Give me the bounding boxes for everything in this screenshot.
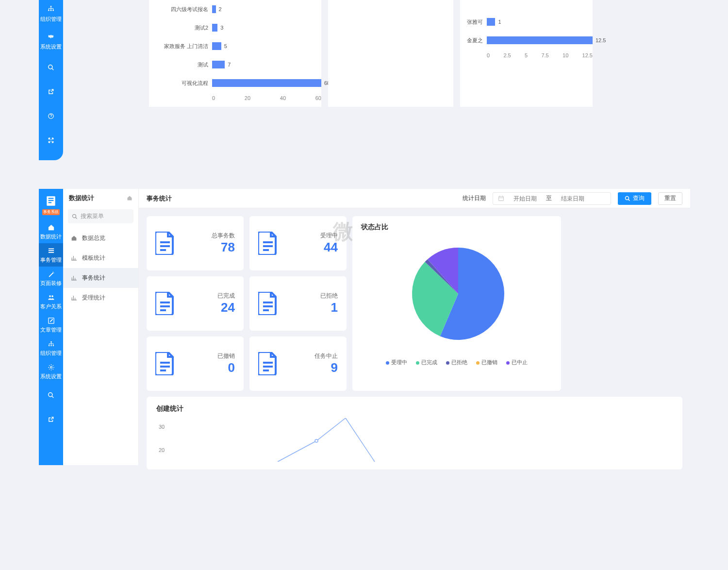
- svg-point-16: [51, 295, 53, 297]
- stat-value: 44: [324, 240, 338, 255]
- search-placeholder: 搜索菜单: [81, 212, 104, 220]
- sidebar-lower: 事务系统数据统计事务管理页面装修客户关系文章管理组织管理系统设置: [39, 189, 63, 465]
- document-icon: [155, 232, 175, 255]
- secondary-label: 事务统计: [82, 274, 105, 282]
- end-date-input[interactable]: [556, 195, 590, 202]
- secondary-item[interactable]: 事务统计: [63, 268, 138, 288]
- nav-help[interactable]: [39, 104, 63, 128]
- nav-gear[interactable]: 系统设置: [39, 360, 63, 383]
- app-badge: 事务系统: [42, 209, 60, 215]
- stat-value: 9: [331, 360, 338, 375]
- nav-label: 系统设置: [40, 44, 62, 50]
- create-title: 创建统计: [156, 404, 673, 413]
- svg-point-0: [50, 6, 52, 7]
- stat-card: 总事务数78: [147, 216, 244, 270]
- stat-label: 已撤销: [217, 352, 235, 360]
- search-icon: [48, 392, 54, 399]
- svg-point-23: [49, 393, 52, 397]
- nav-org[interactable]: 组织管理: [39, 336, 63, 360]
- hbar-row: 测试2 3: [149, 18, 321, 37]
- pie-card: 状态占比 受理中已完成已拒绝已撤销已中止: [352, 216, 561, 391]
- svg-point-22: [50, 367, 52, 369]
- date-sep: 至: [546, 194, 552, 202]
- hbar-label: 四六级考试报名: [149, 6, 212, 13]
- secondary-label: 模板统计: [82, 254, 105, 262]
- external-icon: [48, 416, 54, 423]
- reset-button[interactable]: 重置: [658, 192, 682, 205]
- start-date-input[interactable]: [508, 195, 542, 202]
- nav-edit[interactable]: 文章管理: [39, 313, 63, 336]
- nav-wand[interactable]: 页面装修: [39, 267, 63, 290]
- stat-card: 受理中44: [249, 216, 347, 270]
- hbar-label: 金夏之: [460, 37, 487, 44]
- nav-list[interactable]: 事务管理: [39, 243, 63, 267]
- secondary-item[interactable]: 模板统计: [63, 248, 138, 268]
- gear-icon: [47, 33, 55, 40]
- svg-point-29: [315, 439, 318, 442]
- nav-settings[interactable]: 系统设置: [39, 28, 63, 55]
- svg-point-14: [53, 272, 54, 273]
- date-range[interactable]: 至: [493, 192, 611, 205]
- calendar-icon: [498, 195, 504, 201]
- secondary-item[interactable]: 受理统计: [63, 288, 138, 308]
- nav-org[interactable]: 组织管理: [39, 0, 63, 28]
- fullscreen-icon: [48, 137, 54, 144]
- secondary-label: 受理统计: [82, 294, 105, 302]
- pie-chart: [361, 235, 555, 352]
- nav-external[interactable]: [39, 407, 63, 432]
- line-chart: 30 20: [156, 418, 545, 462]
- svg-point-4: [49, 65, 52, 69]
- pie-title: 状态占比: [361, 223, 552, 232]
- stat-label: 任务中止: [314, 352, 338, 360]
- list-icon: [48, 247, 55, 254]
- gear-icon: [48, 364, 55, 371]
- nav-app[interactable]: 事务系统: [39, 191, 63, 220]
- secondary-label: 数据总览: [82, 234, 105, 242]
- stat-card: 已拒绝1: [249, 276, 347, 331]
- nav-label: 系统设置: [40, 373, 62, 379]
- svg-point-20: [50, 345, 52, 346]
- search-icon: [625, 196, 630, 201]
- svg-point-1: [48, 10, 50, 11]
- stat-card: 已完成24: [147, 276, 244, 331]
- legend-item: 受理中: [386, 359, 407, 366]
- secondary-item[interactable]: 数据总览: [63, 228, 138, 248]
- nav-label: 事务管理: [40, 257, 62, 263]
- main-panel: 事务统计 统计日期 至 查询 重置 微擎应用商城 总事务数78受理中44状态占比…: [139, 189, 690, 465]
- nav-home[interactable]: 数据统计: [39, 220, 63, 243]
- hbar-row: 家政服务 上门清洁 5: [149, 37, 321, 55]
- svg-point-2: [50, 10, 52, 11]
- stat-label: 总事务数: [212, 232, 235, 240]
- home-icon[interactable]: [127, 195, 132, 201]
- nav-search[interactable]: [39, 55, 63, 80]
- hbar-label: 测试: [149, 61, 212, 68]
- nav-label: 组织管理: [40, 350, 62, 356]
- stat-label: 已拒绝: [320, 292, 338, 300]
- nav-label: 数据统计: [40, 234, 62, 239]
- nav-search[interactable]: [39, 383, 63, 407]
- legend-item: 已撤销: [476, 359, 497, 366]
- nav-fullscreen[interactable]: [39, 128, 63, 152]
- external-icon: [48, 88, 54, 95]
- svg-rect-9: [49, 202, 52, 203]
- document-icon: [155, 352, 175, 375]
- hbar-row: 可视化流程 60: [149, 74, 321, 92]
- hbar-row: 测试 7: [149, 55, 321, 74]
- document-icon: [258, 232, 278, 255]
- org-icon: [47, 5, 55, 13]
- page-title: 事务统计: [147, 194, 172, 203]
- stat-value: 24: [221, 300, 235, 315]
- nav-users[interactable]: 客户关系: [39, 290, 63, 313]
- document-icon: [258, 352, 278, 375]
- hbar-label: 测试2: [149, 24, 212, 32]
- secondary-search[interactable]: 搜索菜单: [68, 209, 133, 223]
- stat-label: 受理中: [320, 232, 338, 240]
- pie-legend: 受理中已完成已拒绝已撤销已中止: [361, 359, 552, 366]
- nav-external[interactable]: [39, 80, 63, 104]
- query-button[interactable]: 查询: [618, 192, 651, 205]
- svg-rect-7: [49, 198, 54, 199]
- stat-card: 任务中止9: [249, 336, 347, 391]
- svg-text:30: 30: [159, 424, 165, 430]
- document-icon: [155, 292, 175, 315]
- secondary-nav: 数据统计 搜索菜单 数据总览模板统计事务统计受理统计: [63, 189, 139, 465]
